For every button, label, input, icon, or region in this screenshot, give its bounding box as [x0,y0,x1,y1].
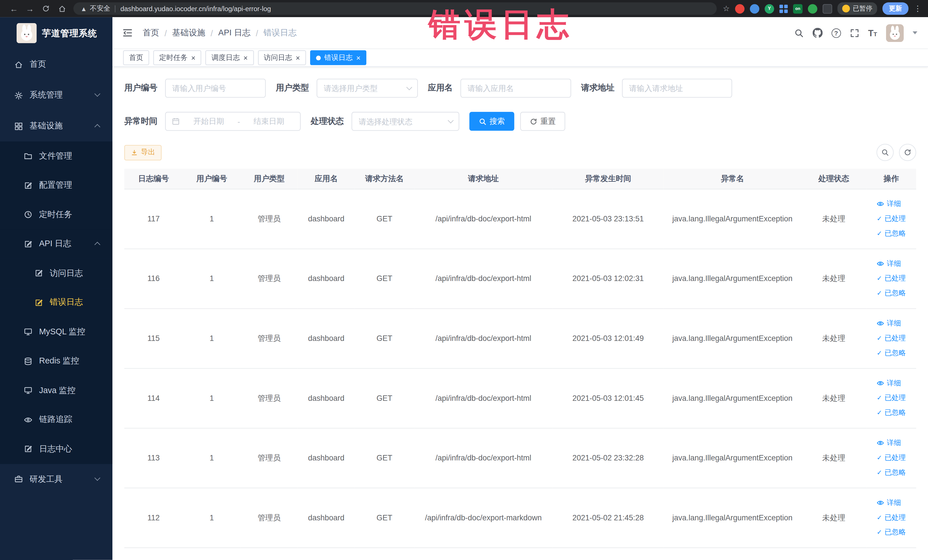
detail-link[interactable]: 详细 [877,197,901,211]
tab-access-log[interactable]: 访问日志× [258,50,306,65]
mark-ignored-link[interactable]: ✓已忽略 [877,286,906,301]
github-icon[interactable] [812,28,823,38]
extension-grid-icon[interactable] [779,5,788,13]
mark-ignored-link[interactable]: ✓已忽略 [877,405,906,420]
toggle-search-button[interactable] [877,144,894,161]
process-status-select[interactable] [351,112,459,131]
detail-link[interactable]: 详细 [877,376,901,391]
home-icon[interactable] [54,1,70,17]
browser-menu-icon[interactable]: ⋮ [914,4,922,13]
column-header: 请求方法名 [355,169,414,189]
close-icon[interactable]: × [191,53,195,62]
sidebar-item-infra[interactable]: 基础设施 [0,111,112,142]
user-id-input[interactable] [165,79,266,98]
extension-icon[interactable]: Y [765,4,774,13]
back-icon[interactable]: ← [6,1,22,17]
tab-home[interactable]: 首页 [123,50,149,65]
mark-processed-link[interactable]: ✓已处理 [877,211,906,226]
mark-ignored-link[interactable]: ✓已忽略 [877,465,906,480]
detail-link[interactable]: 详细 [877,436,901,450]
sidebar-item-home[interactable]: 首页 [0,49,112,80]
sidebar-item-file[interactable]: 文件管理 [0,142,112,171]
check-icon: ✓ [877,331,882,346]
sidebar-item-access-log[interactable]: 访问日志 [0,259,112,288]
mark-processed-link[interactable]: ✓已处理 [877,271,906,286]
time-cell: 2021-05-03 23:13:51 [553,189,664,249]
tab-job-log[interactable]: 调度日志× [206,50,254,65]
extension-icon[interactable] [808,4,817,13]
font-size-icon[interactable]: TT [868,29,877,37]
paused-extension-badge[interactable]: 已暂停 [838,2,877,15]
url-cell: /api/infra/db-doc/export-html [414,308,553,368]
user-id-cell: 1 [183,428,241,488]
url-cell: /api/infra/db-doc/export-markdown [414,488,553,548]
extension-on-icon[interactable]: on [793,4,803,13]
bookmark-star-icon[interactable]: ☆ [723,4,730,13]
mark-processed-link[interactable]: ✓已处理 [877,450,906,465]
avatar[interactable] [886,24,904,42]
user-type-select[interactable] [317,79,418,98]
extension-puzzle-icon[interactable] [823,4,832,13]
search-icon[interactable] [794,28,804,38]
tab-error-log[interactable]: 错误日志× [310,50,366,65]
menu-fold-icon[interactable] [122,27,133,38]
reload-icon[interactable] [38,1,54,17]
sidebar-item-label: MySQL 监控 [39,327,85,337]
app-name-input[interactable] [461,79,571,98]
sidebar-item-trace[interactable]: 链路追踪 [0,405,112,435]
sidebar-item-api-log[interactable]: API 日志 [0,229,112,259]
sidebar-item-system[interactable]: 系统管理 [0,80,112,111]
forward-icon[interactable]: → [22,1,38,17]
table-row: 1131管理员dashboardGET/api/infra/db-doc/exp… [124,428,916,488]
mark-processed-link[interactable]: ✓已处理 [877,510,906,525]
close-icon[interactable]: × [243,53,247,62]
edit-square-icon [34,298,43,307]
actions-cell: 详细✓已处理✓已忽略 [866,428,916,488]
logo-bunny-icon [17,23,37,43]
sidebar-item-dev-tools[interactable]: 研发工具 [0,464,112,494]
view-icon [877,260,884,268]
close-icon[interactable]: × [356,53,360,62]
extension-icon[interactable] [750,4,759,13]
date-range-picker[interactable]: 开始日期 - 结束日期 [165,112,301,131]
export-button[interactable]: 导出 [124,145,162,160]
breadcrumb-item-home[interactable]: 首页 [143,27,159,38]
fullscreen-icon[interactable] [850,28,859,38]
sidebar-item-mysql[interactable]: MySQL 监控 [0,317,112,346]
mark-ignored-link[interactable]: ✓已忽略 [877,346,906,360]
mark-processed-link[interactable]: ✓已处理 [877,391,906,405]
sidebar-item-error-log[interactable]: 错误日志 [0,288,112,317]
request-url-input[interactable] [622,79,732,98]
grid-icon [14,122,23,130]
close-icon[interactable]: × [296,53,300,62]
detail-link[interactable]: 详细 [877,316,901,331]
method-cell: GET [355,189,414,249]
sidebar-item-java[interactable]: Java 监控 [0,376,112,405]
help-icon[interactable]: ? [831,28,841,38]
app-logo[interactable]: 芋道管理系统 [0,17,112,49]
monitor-icon [24,386,32,395]
time-cell: 2021-05-02 23:32:28 [553,428,664,488]
tags-bar: 首页定时任务×调度日志×访问日志×错误日志× [112,49,928,67]
mark-processed-link[interactable]: ✓已处理 [877,331,906,346]
sidebar-item-log-center[interactable]: 日志中心 [0,435,112,464]
log-id-cell: 116 [124,249,183,308]
sidebar-item-config[interactable]: 配置管理 [0,171,112,200]
breadcrumb-item-infra[interactable]: 基础设施 [172,27,205,38]
sidebar-item-redis[interactable]: Redis 监控 [0,346,112,376]
chevron-down-icon[interactable] [913,31,917,34]
refresh-table-button[interactable] [899,144,916,161]
detail-link[interactable]: 详细 [877,256,901,271]
address-bar[interactable]: ▲ 不安全 dashboard.yudao.iocoder.cn/infra/l… [73,2,717,15]
detail-link[interactable]: 详细 [877,495,901,510]
chrome-update-button[interactable]: 更新 [882,2,908,15]
mark-ignored-link[interactable]: ✓已忽略 [877,226,906,241]
tab-job[interactable]: 定时任务× [153,50,201,65]
mark-ignored-link[interactable]: ✓已忽略 [877,525,906,540]
search-button[interactable]: 搜索 [469,112,514,131]
breadcrumb-item-api-log[interactable]: API 日志 [218,27,250,38]
sidebar-item-job[interactable]: 定时任务 [0,200,112,229]
column-header: 应用名 [298,169,355,189]
extension-icon[interactable] [735,4,745,13]
reset-button[interactable]: 重置 [520,112,565,131]
